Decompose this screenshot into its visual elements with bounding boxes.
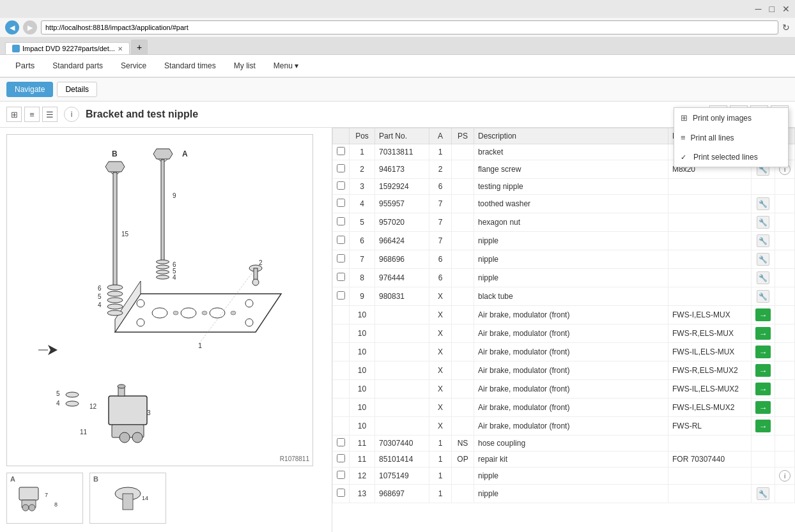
cell-a: 7	[429, 232, 452, 250]
svg-text:7: 7	[45, 492, 48, 498]
cell-pos: 8	[350, 269, 375, 287]
close-btn[interactable]: ✕	[782, 4, 790, 14]
back-button[interactable]: ◀	[5, 20, 19, 34]
print-selected-option[interactable]: ✓ Print selected lines	[674, 148, 788, 167]
page-info-icon[interactable]: i	[64, 107, 79, 122]
cell-description: nipple	[474, 232, 668, 250]
cell-action-icon: 🔧	[752, 213, 775, 232]
svg-point-1	[152, 308, 167, 318]
navigate-arrow-btn[interactable]: →	[755, 383, 771, 395]
navigate-arrow-btn[interactable]: →	[755, 346, 771, 358]
row-checkbox[interactable]	[337, 236, 345, 244]
cell-notes	[668, 485, 752, 503]
cell-ps	[452, 467, 474, 485]
cell-description: black tube	[474, 287, 668, 306]
minimize-btn[interactable]: ─	[755, 4, 762, 14]
cell-description: Air brake, modulator (front)	[474, 324, 668, 343]
cell-info-icon	[775, 269, 795, 287]
cell-action-icon	[752, 452, 775, 467]
cell-info-icon	[775, 195, 795, 213]
cell-action-icon	[752, 179, 775, 195]
print-images-option[interactable]: ⊞ Print only images	[674, 108, 788, 128]
navigate-arrow-btn[interactable]: →	[755, 308, 771, 321]
row-checkbox[interactable]	[337, 164, 345, 172]
tab-close-btn[interactable]: ✕	[118, 45, 123, 52]
cell-action-icon	[752, 436, 775, 452]
cell-description: nipple	[474, 467, 668, 485]
nav-my-list[interactable]: My list	[225, 56, 265, 77]
nav-menu[interactable]: Menu ▾	[265, 56, 307, 77]
refresh-button[interactable]: ↻	[782, 22, 790, 33]
cell-a: 1	[429, 436, 452, 452]
wrench-icon[interactable]: 🔧	[757, 487, 769, 500]
navigate-arrow-btn[interactable]: →	[755, 364, 771, 377]
row-checkbox[interactable]	[337, 181, 345, 190]
row-checkbox[interactable]	[337, 254, 345, 262]
cell-ps	[452, 306, 474, 324]
wrench-icon[interactable]: 🔧	[757, 216, 769, 229]
grid-view-icon[interactable]: ⊞	[6, 107, 22, 122]
active-tab[interactable]: Impact DVD 9227#parts/det... ✕	[5, 42, 130, 54]
row-checkbox[interactable]	[337, 147, 345, 155]
wrench-icon[interactable]: 🔧	[757, 253, 769, 266]
wrench-icon[interactable]: 🔧	[757, 234, 769, 247]
row-checkbox[interactable]	[337, 217, 345, 225]
thumbnail-a[interactable]: A 7 8	[6, 473, 83, 524]
print-selected-label: Print selected lines	[693, 153, 758, 162]
table-row: 10XAir brake, modulator (front)FWS-R,ELS…	[333, 361, 795, 380]
svg-point-55	[66, 392, 79, 397]
row-checkbox[interactable]	[337, 471, 345, 479]
cell-pos: 10	[350, 380, 375, 399]
svg-point-17	[107, 291, 123, 296]
cell-partno	[375, 380, 429, 399]
detail-view-icon[interactable]: ☰	[42, 107, 58, 122]
nav-standard-times[interactable]: Standard times	[155, 56, 225, 77]
print-all-option[interactable]: ≡ Print all lines	[674, 128, 788, 148]
navigate-arrow-btn[interactable]: →	[755, 401, 771, 414]
thumbnail-b[interactable]: B 14	[89, 473, 166, 524]
cell-ps	[452, 160, 474, 179]
url-input[interactable]	[41, 20, 778, 34]
wrench-icon[interactable]: 🔧	[757, 290, 769, 303]
cell-description: nipple	[474, 269, 668, 287]
navigate-arrow-btn[interactable]: →	[755, 327, 771, 340]
row-checkbox[interactable]	[337, 454, 345, 462]
nav-parts[interactable]: Parts	[6, 56, 43, 77]
forward-button[interactable]: ▶	[23, 20, 37, 34]
svg-point-2	[181, 308, 196, 318]
nav-standard-parts[interactable]: Standard parts	[43, 56, 112, 77]
nav-service[interactable]: Service	[112, 56, 155, 77]
svg-point-18	[107, 298, 123, 303]
row-checkbox[interactable]	[337, 273, 345, 281]
cell-pos: 11	[350, 452, 375, 467]
wrench-icon[interactable]: 🔧	[757, 271, 769, 284]
cell-action-icon: 🔧	[752, 250, 775, 269]
cell-info-icon	[775, 179, 795, 195]
cell-notes	[668, 250, 752, 269]
row-checkbox[interactable]	[337, 438, 345, 446]
cell-ps	[452, 287, 474, 306]
row-checkbox[interactable]	[337, 489, 345, 497]
cell-notes: FWS-I,ELS-MUX2	[668, 399, 752, 417]
wrench-icon[interactable]: 🔧	[757, 197, 769, 210]
cell-notes	[668, 179, 752, 195]
navigate-button[interactable]: Navigate	[6, 82, 53, 97]
cell-action-icon: →	[752, 399, 775, 417]
new-tab[interactable]: +	[131, 40, 148, 54]
cell-partno: 966424	[375, 232, 429, 250]
cell-partno: 946173	[375, 160, 429, 179]
info-icon[interactable]: i	[779, 470, 791, 482]
cell-pos: 1	[350, 144, 375, 160]
table-row: 11703074401NShose coupling	[333, 436, 795, 452]
title-bar-controls[interactable]: ─ □ ✕	[755, 4, 790, 14]
row-checkbox[interactable]	[337, 199, 345, 207]
svg-point-6	[231, 311, 236, 315]
list-view-icon[interactable]: ≡	[24, 107, 40, 122]
navigate-arrow-btn[interactable]: →	[755, 420, 771, 432]
row-checkbox[interactable]	[337, 291, 345, 300]
svg-point-3	[210, 308, 225, 318]
col-checkbox	[333, 128, 350, 144]
maximize-btn[interactable]: □	[769, 4, 775, 14]
details-button[interactable]: Details	[57, 82, 97, 97]
thumb-b-label: B	[93, 475, 98, 483]
